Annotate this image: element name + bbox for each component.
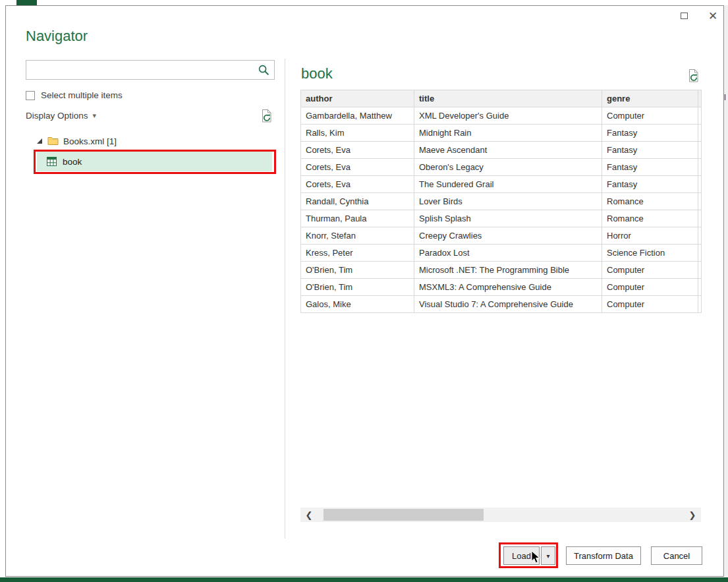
table-cell: Fantasy — [602, 125, 698, 142]
horizontal-scrollbar[interactable]: ❮ ❯ — [300, 508, 701, 522]
table-cell: Romance — [602, 193, 698, 210]
column-header: title — [414, 90, 602, 107]
chevron-down-icon: ▾ — [546, 552, 549, 560]
table-row: Knorr, StefanCreepy CrawliesHorror — [301, 227, 702, 245]
preview-title: book — [301, 65, 333, 82]
chevron-down-icon: ▾ — [93, 111, 97, 120]
table-cell: MSXML3: A Comprehensive Guide — [414, 279, 602, 296]
select-multiple-row[interactable]: Select multiple items — [26, 90, 123, 100]
column-header: genre — [602, 90, 698, 107]
table-row: O'Brien, TimMSXML3: A Comprehensive Guid… — [301, 279, 702, 296]
scrollbar-thumb[interactable] — [323, 509, 484, 521]
tree-item-label: book — [63, 157, 82, 167]
maximize-icon — [681, 13, 688, 19]
table-row: Randall, CynthiaLover BirdsRomance — [301, 193, 702, 210]
excel-window-right-sliver: l — [724, 5, 728, 577]
table-cell: Science Fiction — [602, 245, 698, 262]
search-box[interactable] — [26, 60, 275, 80]
table-cell: Corets, Eva — [301, 176, 414, 193]
table-cell-clipped — [698, 125, 702, 142]
table-cell: Fantasy — [602, 142, 698, 159]
table-cell: Maeve Ascendant — [414, 142, 602, 159]
table-cell-clipped — [698, 296, 702, 313]
clipped-background-text: l — [724, 92, 726, 102]
load-dropdown-button[interactable]: ▾ — [541, 546, 555, 565]
expand-triangle-icon[interactable] — [36, 138, 43, 144]
cancel-button[interactable]: Cancel — [651, 546, 702, 565]
table-header-row: authortitlegenre — [301, 90, 702, 107]
table-cell: XML Developer's Guide — [414, 107, 602, 125]
table-cell: O'Brien, Tim — [301, 279, 414, 296]
table-cell-clipped — [698, 210, 702, 227]
table-cell: Computer — [602, 107, 698, 125]
maximize-button[interactable] — [674, 7, 694, 24]
refresh-icon[interactable] — [260, 109, 273, 123]
table-cell-clipped — [698, 262, 702, 279]
table-row: Ralls, KimMidnight RainFantasy — [301, 125, 702, 142]
table-cell-clipped — [698, 142, 702, 159]
table-cell: Creepy Crawlies — [414, 227, 602, 245]
table-cell: Randall, Cynthia — [301, 193, 414, 210]
dialog-title: Navigator — [26, 28, 88, 45]
close-button[interactable]: ✕ — [703, 7, 723, 24]
table-row: Corets, EvaMaeve AscendantFantasy — [301, 142, 702, 159]
table-cell: O'Brien, Tim — [301, 262, 414, 279]
table-cell: Computer — [602, 296, 698, 313]
scroll-left-arrow-icon[interactable]: ❮ — [300, 508, 318, 522]
table-cell: Computer — [602, 279, 698, 296]
table-cell-clipped — [698, 245, 702, 262]
table-cell: Thurman, Paula — [301, 210, 414, 227]
table-cell: Corets, Eva — [301, 159, 414, 176]
folder-icon — [47, 136, 59, 146]
load-button[interactable]: Load — [503, 546, 540, 565]
table-cell: Paradox Lost — [414, 245, 602, 262]
table-cell: Oberon's Legacy — [414, 159, 602, 176]
table-cell: Horror — [602, 227, 698, 245]
table-cell: The Sundered Grail — [414, 176, 602, 193]
table-row: Gambardella, MatthewXML Developer's Guid… — [301, 107, 702, 125]
screen: l ✕ Navigator Select multiple items Disp… — [0, 0, 728, 582]
display-options-label: Display Options — [26, 111, 88, 121]
table-row: Corets, EvaThe Sundered GrailFantasy — [301, 176, 702, 193]
close-icon: ✕ — [708, 11, 717, 22]
table-cell: Kress, Peter — [301, 245, 414, 262]
preview-refresh-icon[interactable] — [687, 69, 700, 83]
table-row: Kress, PeterParadox LostScience Fiction — [301, 245, 702, 262]
table-cell-clipped — [698, 279, 702, 296]
table-cell: Corets, Eva — [301, 142, 414, 159]
select-multiple-label: Select multiple items — [41, 90, 123, 100]
panel-divider — [285, 59, 285, 538]
table-cell: Midnight Rain — [414, 125, 602, 142]
transform-data-button[interactable]: Transform Data — [566, 546, 641, 565]
display-options-dropdown[interactable]: Display Options ▾ — [26, 111, 96, 121]
table-cell-clipped — [698, 227, 702, 245]
search-input[interactable] — [26, 61, 274, 79]
scroll-right-arrow-icon[interactable]: ❯ — [684, 508, 701, 522]
table-row: O'Brien, TimMicrosoft .NET: The Programm… — [301, 262, 702, 279]
tree-node-label: Books.xml [1] — [63, 136, 117, 146]
tree-item-book[interactable]: book — [37, 152, 272, 171]
select-multiple-checkbox[interactable] — [26, 91, 35, 100]
table-cell-clipped — [698, 193, 702, 210]
table-cell: Romance — [602, 210, 698, 227]
column-header: author — [301, 90, 414, 107]
table-cell: Fantasy — [602, 159, 698, 176]
column-header-clipped — [698, 90, 702, 107]
table-cell: Knorr, Stefan — [301, 227, 414, 245]
table-cell: Visual Studio 7: A Comprehensive Guide — [414, 296, 602, 313]
table-cell: Splish Splash — [414, 210, 602, 227]
preview-table-body: Gambardella, MatthewXML Developer's Guid… — [301, 107, 702, 313]
table-cell: Gambardella, Matthew — [301, 107, 414, 125]
table-cell-clipped — [698, 176, 702, 193]
table-cell: Fantasy — [602, 176, 698, 193]
tree-node-books-xml[interactable]: Books.xml [1] — [36, 134, 117, 148]
table-cell-clipped — [698, 107, 702, 125]
preview-table: authortitlegenre Gambardella, MatthewXML… — [300, 90, 702, 313]
table-cell: Ralls, Kim — [301, 125, 414, 142]
search-icon[interactable] — [258, 65, 269, 76]
table-row: Galos, MikeVisual Studio 7: A Comprehens… — [301, 296, 702, 313]
table-row: Corets, EvaOberon's LegacyFantasy — [301, 159, 702, 176]
table-icon — [47, 157, 57, 166]
excel-statusbar-sliver — [0, 577, 728, 582]
table-cell: Microsoft .NET: The Programming Bible — [414, 262, 602, 279]
